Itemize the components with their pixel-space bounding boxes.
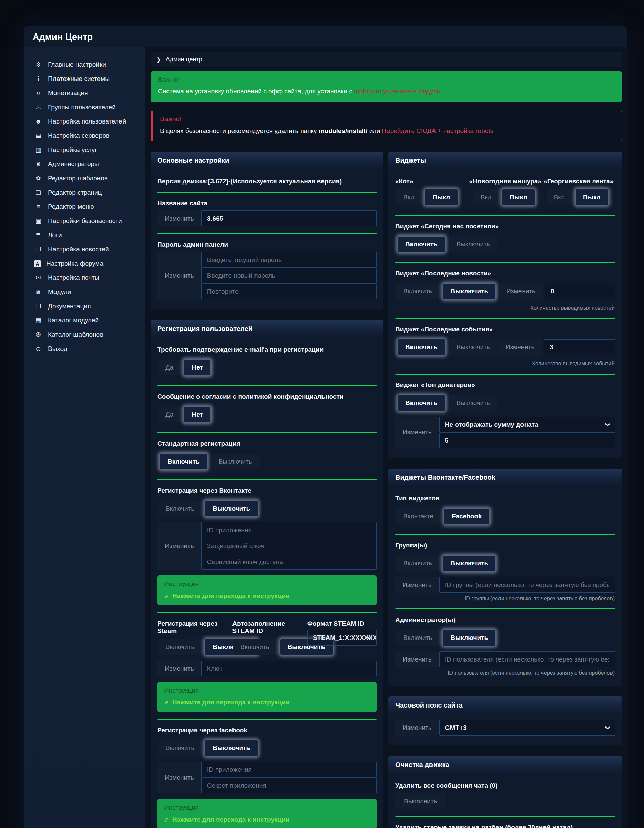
repeat-password-input[interactable] xyxy=(201,284,377,300)
sidebar-item-module-catalog[interactable]: ▦ Каталог модулей xyxy=(24,313,145,328)
sidebar-item-label: Настройки безопасности xyxy=(48,217,122,225)
current-password-input[interactable] xyxy=(201,252,377,268)
yes-button[interactable]: Да xyxy=(158,407,181,422)
steam-instruction-link[interactable]: ∞ Нажмите для перехода к инструкции xyxy=(164,699,370,706)
divider xyxy=(395,816,615,817)
timezone-select[interactable]: GMT+3 ❯ xyxy=(439,720,615,735)
vk-instruction-link[interactable]: ∞ Нажмите для перехода к инструкции xyxy=(164,592,370,600)
site-name-input[interactable] xyxy=(201,210,377,226)
on-button[interactable]: Вкл xyxy=(396,190,422,205)
enable-button[interactable]: Включить xyxy=(158,501,202,516)
steam-key-input[interactable] xyxy=(201,660,377,676)
sidebar-item-mail-settings[interactable]: ✉ Настройка почты xyxy=(24,271,145,285)
topforo-link[interactable]: topforo.ru установите модуль. xyxy=(354,88,442,95)
donors-group: Изменить Не отображать сумму доната ❯ xyxy=(395,417,615,448)
sidebar-item-page-editor[interactable]: ❏ Редактор страниц xyxy=(24,185,145,200)
yes-button[interactable]: Да xyxy=(158,360,181,375)
enable-button[interactable]: Включить xyxy=(397,395,446,411)
sidebar-item-forum-settings[interactable]: A Настройка форума xyxy=(24,257,145,271)
sidebar-item-modules[interactable]: ◙ Модули xyxy=(24,285,145,299)
disable-button[interactable]: Выключить xyxy=(449,339,498,355)
disable-button[interactable]: Выключить xyxy=(442,629,496,646)
link-icon: ∞ xyxy=(162,815,170,823)
sidebar-item-main-settings[interactable]: ⚙ Главные настройки xyxy=(24,58,145,72)
disable-button[interactable]: Выключить xyxy=(449,237,498,252)
facebook-secret-input[interactable] xyxy=(201,778,377,794)
enable-button[interactable]: Включить xyxy=(159,453,208,470)
panel-title: Основные настройки xyxy=(151,152,383,169)
enable-button[interactable]: Включить xyxy=(158,740,202,756)
vk-secure-key-input[interactable] xyxy=(201,538,377,554)
off-button[interactable]: Выкл xyxy=(501,189,536,206)
donors-count-input[interactable] xyxy=(439,433,615,448)
disable-button[interactable]: Выключить xyxy=(204,740,258,757)
donors-display-select[interactable]: Не отображать сумму доната ❯ xyxy=(439,417,615,433)
sidebar-item-documentation[interactable]: ❒ Документация xyxy=(24,299,145,313)
sidebar-item-security-settings[interactable]: ▣ Настройки безопасности xyxy=(24,214,145,228)
steam-autofill-label: Автозаполнение STEAM ID xyxy=(232,620,302,635)
facebook-type-button[interactable]: Facebook xyxy=(444,508,490,525)
disable-button[interactable]: Выключить xyxy=(449,395,498,411)
new-password-input[interactable] xyxy=(201,268,377,284)
enable-button[interactable]: Включить xyxy=(397,236,446,253)
sidebar-item-server-settings[interactable]: ▤ Настройка серверов xyxy=(24,129,145,143)
divider xyxy=(157,385,377,386)
panel-title: Очистка движка xyxy=(388,756,622,774)
chevron-down-icon: ❯ xyxy=(605,726,611,730)
sidebar-item-menu-editor[interactable]: ≡ Редактор меню xyxy=(24,200,145,214)
group-ids-input[interactable] xyxy=(439,577,615,593)
enable-button[interactable]: Включить xyxy=(233,639,276,655)
sidebar-item-template-editor[interactable]: ✿ Редактор шаблонов xyxy=(24,171,145,185)
sidebar-item-user-settings[interactable]: ☻ Настройка пользователей xyxy=(24,114,145,129)
enable-button[interactable]: Включить xyxy=(397,339,446,356)
enable-button[interactable]: Включить xyxy=(396,556,440,571)
sidebar-item-news-settings[interactable]: ❐ Настройка новостей xyxy=(24,242,145,257)
sidebar-item-logout[interactable]: ⊙ Выход xyxy=(24,342,145,356)
standard-registration-label: Стандартная регистрация xyxy=(157,440,377,447)
vk-service-key-input[interactable] xyxy=(201,554,377,570)
sidebar-item-administrators[interactable]: ♜ Администраторы xyxy=(24,157,145,171)
enable-button[interactable]: Включить xyxy=(158,639,202,655)
events-count-input[interactable] xyxy=(544,339,615,355)
sidebar-item-label: Платежные системы xyxy=(48,75,110,83)
news-count-input[interactable] xyxy=(545,284,615,300)
sidebar-item-template-catalog[interactable]: ✇ Каталог шаблонов xyxy=(24,328,145,342)
disable-button[interactable]: Выключить xyxy=(442,555,496,572)
robots-setup-link[interactable]: Перейдите СЮДА + настройка robots xyxy=(382,127,493,134)
groups-toggle: Включить Выключить xyxy=(395,552,615,574)
sidebar-item-user-groups[interactable]: ♨ Группы пользователей xyxy=(24,100,145,114)
disable-button[interactable]: Выключить xyxy=(211,454,259,469)
sidebar-item-monetization[interactable]: ¤ Монетизация xyxy=(24,86,145,100)
link-icon: ∞ xyxy=(162,698,170,707)
on-button[interactable]: Вкл xyxy=(547,190,572,205)
no-button[interactable]: Нет xyxy=(184,406,211,423)
user-icon: ☻ xyxy=(34,118,42,125)
instruction-link-label: Нажмите для перехода к инструкции xyxy=(172,816,290,823)
registration-panel: Регистрация пользователей Требовать подт… xyxy=(151,320,383,828)
engine-cleanup-panel: Очистка движка Удалить все сообщения чат… xyxy=(388,756,622,828)
sidebar-item-services-settings[interactable]: ▥ Настройка услуг xyxy=(24,143,145,157)
facebook-instruction-block: Инструкция ∞ Нажмите для перехода к инст… xyxy=(157,799,377,828)
vk-app-id-input[interactable] xyxy=(201,522,377,538)
sidebar-item-label: Администраторы xyxy=(48,160,99,168)
enable-button[interactable]: Включить xyxy=(396,284,440,299)
on-button[interactable]: Вкл xyxy=(473,190,499,205)
no-button[interactable]: Нет xyxy=(184,359,211,376)
steam-format-select[interactable]: STEAM_1:X:XXXXXX (cs:g ❯ xyxy=(307,630,377,646)
instruction-link-label: Нажмите для перехода к инструкции xyxy=(172,592,290,600)
sidebar-item-payment-systems[interactable]: ℹ Платежные системы xyxy=(24,72,145,86)
off-button[interactable]: Выкл xyxy=(575,189,609,206)
enable-button[interactable]: Включить xyxy=(396,630,440,646)
facebook-app-id-input[interactable] xyxy=(201,762,377,778)
news-widget-label: Виджет «Последние новости» xyxy=(395,270,615,277)
disable-button[interactable]: Выключить xyxy=(204,500,258,517)
sidebar-item-logs[interactable]: ≣ Логи xyxy=(24,228,145,242)
facebook-instruction-link[interactable]: ∞ Нажмите для перехода к инструкции xyxy=(164,816,370,823)
cleanup-chat-run-button[interactable]: Выполнить xyxy=(395,794,446,809)
admin-ids-input[interactable] xyxy=(439,651,615,667)
disable-button[interactable]: Выключить xyxy=(442,283,496,300)
visited-widget-toggle: Включить Выключить xyxy=(395,234,615,255)
breadcrumb[interactable]: ❯ Админ центр xyxy=(151,52,622,67)
off-button[interactable]: Выкл xyxy=(424,189,458,206)
vk-type-button[interactable]: Вконтакте xyxy=(396,508,441,524)
